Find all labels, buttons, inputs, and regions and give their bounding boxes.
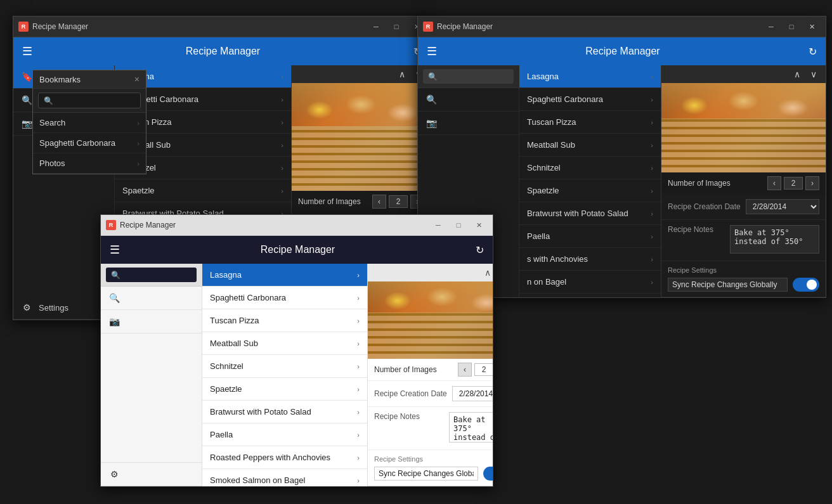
nav-settings-label-1: Settings	[39, 303, 68, 313]
bookmark-item-search[interactable]: Search›	[33, 113, 146, 133]
refresh-icon-3[interactable]: ↻	[473, 242, 486, 259]
image-nav-up-3[interactable]: ∧	[481, 266, 493, 279]
title-bar-text-2: Recipe Manager	[437, 22, 493, 31]
image-nav-down-2[interactable]: ∨	[807, 68, 821, 81]
search-icon-3: 🔍	[108, 293, 120, 303]
sync-toggle-3[interactable]	[483, 467, 493, 481]
minimize-btn-3[interactable]: ─	[429, 219, 447, 231]
hamburger-icon-2[interactable]: ☰	[424, 42, 439, 61]
recipe-item-bacon-2[interactable]: h Bacon ›	[519, 294, 661, 297]
recipe-item-spaetzle-1[interactable]: Spaetzle ›	[115, 179, 291, 202]
recipe-item-bratwurst-3[interactable]: Bratwurst with Potato Salad ›	[202, 401, 367, 423]
title-bar-text-1: Recipe Manager	[32, 22, 88, 31]
minimize-btn-2[interactable]: ─	[762, 20, 780, 33]
nav-settings-1[interactable]: ⚙ Settings	[13, 296, 114, 320]
app-icon-2: R	[423, 22, 433, 32]
settings-row-2	[668, 278, 819, 292]
nav-photos-3[interactable]: 📷	[101, 310, 202, 333]
app-toolbar-2: ☰ Recipe Manager ↻	[418, 37, 826, 65]
detail-date-value-3: 2/28/2014	[452, 386, 493, 401]
nav-settings-3[interactable]: ⚙	[101, 462, 202, 486]
sync-toggle-2[interactable]	[793, 278, 819, 292]
recipe-item-paella-2[interactable]: Paella ›	[519, 225, 661, 248]
date-select-3[interactable]: 2/28/2014	[452, 386, 493, 401]
image-nav-up-1[interactable]: ∧	[395, 68, 409, 81]
counter-prev-1[interactable]: ‹	[372, 195, 386, 209]
nav-search-3[interactable]: 🔍	[101, 287, 202, 310]
recipe-item-lasagna-2[interactable]: Lasagna ›	[519, 65, 661, 88]
settings-icon-1: ⚙	[21, 302, 32, 313]
minimize-btn-1[interactable]: ─	[367, 20, 385, 33]
counter-value-1: 2	[389, 195, 408, 208]
recipe-item-meatball-3[interactable]: Meatball Sub ›	[202, 332, 367, 355]
maximize-btn-3[interactable]: □	[450, 219, 467, 231]
sync-label-input-3[interactable]	[374, 467, 478, 481]
recipe-item-tuscan-3[interactable]: Tuscan Pizza ›	[202, 309, 367, 332]
sidebar-search-icon-3: 🔍	[111, 271, 120, 280]
counter-prev-3[interactable]: ‹	[458, 363, 472, 377]
settings-section-2: Recipe Settings	[661, 261, 826, 297]
image-nav-up-2[interactable]: ∧	[790, 68, 804, 81]
sync-label-input-2[interactable]	[668, 278, 788, 292]
title-bar-3: R Recipe Manager ─ □ ✕	[101, 215, 493, 236]
recipe-item-anchovies-2[interactable]: s with Anchovies ›	[519, 248, 661, 271]
detail-notes-value-2: Bake at 375° instead of 350°	[730, 225, 819, 255]
image-counter-controls-3: ‹ 2 ›	[458, 363, 493, 377]
bookmarks-box: Bookmarks × 🔍 Search› Spaghetti Carbonar…	[32, 70, 146, 174]
refresh-icon-2[interactable]: ↻	[806, 43, 819, 60]
close-btn-2[interactable]: ✕	[803, 20, 821, 33]
recipe-item-peppers-3[interactable]: Roasted Peppers with Anchovies ›	[202, 446, 367, 469]
search-icon-2: 🔍	[426, 94, 437, 105]
notes-textarea-2[interactable]: Bake at 375° instead of 350°	[730, 225, 819, 254]
recipe-item-spaghetti-3[interactable]: Spaghetti Carbonara ›	[202, 287, 367, 309]
image-nav-2: ∧ ∨	[661, 65, 826, 83]
detail-date-label-2: Recipe Creation Date	[668, 202, 741, 211]
recipe-item-schnitzel-2[interactable]: Schnitzel ›	[519, 157, 661, 179]
sidebar-nav-3: 🔍 × 🔍 📷 ⚙	[101, 264, 202, 486]
toolbar-title-3: Recipe Manager	[129, 244, 467, 255]
close-btn-3[interactable]: ✕	[470, 219, 488, 231]
window-3: R Recipe Manager ─ □ ✕ ☰ Recipe Manager …	[100, 214, 493, 487]
toolbar-title-1: Recipe Manager	[41, 46, 405, 57]
notes-textarea-3[interactable]: Bake at 375° instead of 350°	[449, 412, 493, 443]
lasagna-cheese-3	[368, 281, 493, 320]
recipe-item-spaetzle-2[interactable]: Spaetzle ›	[519, 179, 661, 202]
app-toolbar-3: ☰ Recipe Manager ↻	[101, 236, 493, 264]
recipe-item-tuscan-2[interactable]: Tuscan Pizza ›	[519, 111, 661, 134]
recipe-item-spaghetti-2[interactable]: Spaghetti Carbonara ›	[519, 88, 661, 111]
image-counter-label-2: Number of Images	[668, 179, 731, 188]
photos-icon-1: 📷	[21, 119, 32, 129]
maximize-btn-1[interactable]: □	[387, 20, 405, 33]
recipe-item-meatball-2[interactable]: Meatball Sub ›	[519, 134, 661, 157]
hamburger-icon-3[interactable]: ☰	[107, 240, 122, 259]
right-panel-2: ∧ ∨ Number of Images ‹ 2 › Recipe Creati…	[661, 65, 826, 297]
recipe-image-3	[368, 281, 493, 359]
title-bar-2: R Recipe Manager ─ □ ✕	[418, 16, 826, 37]
window-body-3: 🔍 × 🔍 📷 ⚙ Lasagna › Spaghet	[101, 264, 493, 486]
maximize-btn-2[interactable]: □	[783, 20, 800, 33]
bookmarks-close-btn[interactable]: ×	[134, 74, 140, 84]
recipe-item-paella-3[interactable]: Paella ›	[202, 423, 367, 446]
settings-row-3	[374, 467, 493, 481]
recipe-item-bratwurst-2[interactable]: Bratwurst with Potato Salad ›	[519, 202, 661, 225]
date-select-2[interactable]: 2/28/2014	[746, 199, 819, 214]
bookmark-item-photos[interactable]: Photos›	[33, 153, 146, 174]
counter-prev-2[interactable]: ‹	[767, 176, 781, 190]
recipe-item-salmon-3[interactable]: Smoked Salmon on Bagel ›	[202, 469, 367, 486]
recipe-item-spaetzle-3[interactable]: Spaetzle ›	[202, 378, 367, 401]
recipe-list-2: Lasagna › Spaghetti Carbonara › Tuscan P…	[519, 65, 661, 297]
nav-photos-2[interactable]: 📷	[418, 112, 519, 135]
title-bar-left-3: R Recipe Manager	[106, 220, 176, 230]
bookmarks-search-input[interactable]	[57, 96, 164, 105]
recipe-item-bagel-2[interactable]: n on Bagel ›	[519, 271, 661, 294]
recipe-list-3: Lasagna › Spaghetti Carbonara › Tuscan P…	[202, 264, 367, 486]
recipe-item-lasagna-3[interactable]: Lasagna ›	[202, 264, 367, 287]
sidebar-nav-search-wrap-2: 🔍 ×	[418, 65, 519, 88]
image-nav-3: ∧ ∨	[368, 264, 493, 281]
hamburger-icon-1[interactable]: ☰	[20, 42, 35, 61]
nav-search-2[interactable]: 🔍	[418, 88, 519, 112]
bookmark-item-spaghetti[interactable]: Spaghetti Carbonara›	[33, 133, 146, 153]
recipe-item-schnitzel-3[interactable]: Schnitzel ›	[202, 355, 367, 378]
counter-next-2[interactable]: ›	[805, 176, 819, 190]
photos-icon-2: 📷	[426, 118, 437, 128]
